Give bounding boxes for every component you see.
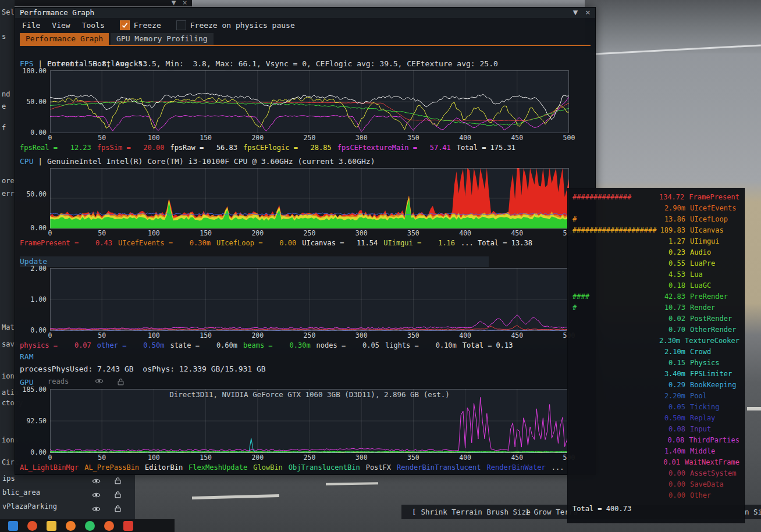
tooltip-row: ##############134.72FramePresent xyxy=(572,192,739,203)
x-axis-label: 300 xyxy=(355,229,368,237)
tooltip-row: 0.18LuaGC xyxy=(572,280,739,291)
close-icon[interactable]: × xyxy=(183,0,190,6)
legend-item: AL_PrePassBin xyxy=(84,463,139,472)
taskbar-app-7-icon[interactable] xyxy=(123,521,133,531)
tooltip-row: 2.30mTextureCooker xyxy=(572,335,739,347)
x-axis-label: 200 xyxy=(251,229,264,237)
lock-icon[interactable] xyxy=(115,476,121,487)
x-axis-label: 250 xyxy=(304,331,316,340)
fps-section: FPS | Current: 56.8, Avg: 53.5, Min: 3.8… xyxy=(20,59,591,152)
window-titlebar[interactable]: Performance Graph ▼ × xyxy=(15,8,595,18)
menu-tools[interactable]: Tools xyxy=(82,21,105,30)
scene-tree-row[interactable]: blic_area xyxy=(0,487,135,500)
tooltip-row: ####################189.83UIcanvas xyxy=(572,225,739,236)
scene-tree-row[interactable]: ips xyxy=(0,473,135,486)
cpu-section: CPU | GenuineIntel Intel(R) Core(TM) i3-… xyxy=(20,156,591,247)
y-axis-label: 100.00 xyxy=(20,67,47,75)
taskbar xyxy=(0,519,175,532)
freeze-on-physics-checkbox[interactable] xyxy=(176,20,186,30)
lock-icon[interactable] xyxy=(118,378,124,387)
x-axis-label: 50 xyxy=(98,454,106,462)
cpu-chart[interactable] xyxy=(50,168,569,228)
x-axis-label: 150 xyxy=(200,229,212,237)
x-axis-label: 150 xyxy=(200,331,212,340)
legend-item: UIimgui = 1.16 xyxy=(383,239,455,247)
taskbar-app-6-icon[interactable] xyxy=(104,521,114,531)
hint-label: n Size xyxy=(745,508,761,516)
collapse-icon[interactable]: ▼ xyxy=(573,9,578,16)
tab-gpu-memory-profiling[interactable]: GPU Memory Profiling xyxy=(111,33,214,45)
freeze-label: Freeze xyxy=(134,21,161,30)
tooltip-row: 4.53Lua xyxy=(572,269,739,280)
tooltip-row: 1.27UIimgui xyxy=(572,236,739,247)
x-axis-label: 400 xyxy=(459,134,471,142)
taskbar-app-5-icon[interactable] xyxy=(85,521,95,531)
scene-tree-row-label: vPlazaParking xyxy=(2,502,57,510)
tooltip-row: ####42.83PreRender xyxy=(572,291,739,302)
key-icon: [ xyxy=(412,508,417,516)
gpu-chart[interactable]: Direct3D11, NVIDIA GeForce GTX 1060 3GB … xyxy=(50,389,569,453)
y-axis-label: 0.00 xyxy=(20,224,47,232)
x-axis-label: 50 xyxy=(98,331,106,340)
legend-item: RenderBinTranslucent xyxy=(397,463,481,472)
ram-section: RAM processPhysUsed: 7.243 GB osPhys: 12… xyxy=(20,352,591,373)
scene-tree-fragment: f xyxy=(2,124,6,132)
legend-item: AL_LightBinMgr xyxy=(20,463,79,472)
tooltip-rows: ##############134.72FramePresent2.90mUIc… xyxy=(572,192,739,501)
legend-item: ... xyxy=(552,463,564,472)
update-chart[interactable] xyxy=(50,268,569,331)
legend-item: fpsReal = 12.23 xyxy=(20,144,91,152)
taskbar-app-2-icon[interactable] xyxy=(27,521,37,531)
visibility-toggle-icon[interactable] xyxy=(95,378,104,386)
tooltip-row: 0.00Other xyxy=(572,490,739,501)
tab-performance-graph[interactable]: Performance Graph xyxy=(20,33,109,45)
hint-item: [Shrink Terrain Brush Size xyxy=(412,505,531,519)
x-axis-label: 450 xyxy=(511,331,523,340)
gpu-section: GPU 185.0092.500.00 Direct3D11, NVIDIA G… xyxy=(20,377,591,472)
tooltip-row: 0.00SaveData xyxy=(572,479,739,490)
x-axis-label: 300 xyxy=(355,331,368,340)
x-axis-label: 150 xyxy=(200,454,212,462)
tab-bar: Performance GraphGPU Memory Profiling xyxy=(20,33,591,46)
x-axis-label: 400 xyxy=(459,229,471,237)
menu-items: FileViewTools xyxy=(22,21,105,30)
visibility-toggle-icon[interactable] xyxy=(92,490,101,501)
x-axis-label: 350 xyxy=(407,454,419,462)
legend-item: fpsCEFtextureMain = 57.41 xyxy=(337,144,451,152)
tooltip-row: 0.15Physics xyxy=(572,358,739,369)
close-icon[interactable]: × xyxy=(585,9,591,16)
visibility-toggle-icon[interactable] xyxy=(92,476,101,487)
update-legend: physics = 0.07other = 0.50mstate = 0.60m… xyxy=(20,341,591,349)
lock-icon[interactable] xyxy=(115,490,121,501)
collapse-icon[interactable]: ▼ xyxy=(172,0,179,6)
legend-item: GlowBin xyxy=(253,463,283,472)
x-axis-label: 450 xyxy=(511,454,523,462)
freeze-on-physics-label: Freeze on physics pause xyxy=(190,21,295,30)
road-marking xyxy=(747,407,761,410)
legend-item: lights = 0.10m xyxy=(385,341,457,349)
window-title: Performance Graph xyxy=(20,8,94,17)
y-axis-label: 0.00 xyxy=(20,326,47,334)
scene-tree-fragment: s xyxy=(2,33,6,41)
taskbar-app-1-icon[interactable] xyxy=(8,521,18,531)
freeze-checkbox[interactable] xyxy=(120,20,130,30)
visibility-toggle-icon[interactable] xyxy=(92,504,101,515)
y-axis-label: 0.00 xyxy=(20,128,47,137)
tooltip-row: 0.55LuaPre xyxy=(572,258,739,269)
x-axis-label: 250 xyxy=(304,134,316,142)
x-axis-label: 500 xyxy=(563,134,575,142)
menu-file[interactable]: File xyxy=(22,21,40,30)
scene-tree-ghost-row: reads xyxy=(48,377,147,387)
fps-chart[interactable] xyxy=(50,70,569,133)
ram-stats: processPhysUsed: 7.243 GB osPhys: 12.339… xyxy=(20,365,591,373)
y-axis-label: 50.00 xyxy=(20,190,47,198)
scene-tree-row[interactable]: vPlazaParking xyxy=(0,501,135,514)
taskbar-app-3-icon[interactable] xyxy=(47,521,56,531)
x-axis-label: 100 xyxy=(148,229,160,237)
legend-item: ObjTranslucentBin xyxy=(289,463,360,472)
menu-view[interactable]: View xyxy=(52,21,70,30)
legend-item: UIcanvas = 11.54 xyxy=(302,239,378,247)
lock-icon[interactable] xyxy=(115,504,121,515)
gpu-legend: AL_LightBinMgrAL_PrePassBinEditorBinFlex… xyxy=(20,463,591,472)
taskbar-app-4-icon[interactable] xyxy=(66,521,76,531)
